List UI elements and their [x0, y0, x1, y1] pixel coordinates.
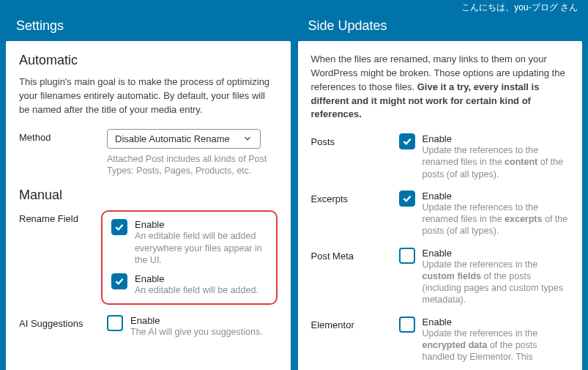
excerpts-checkbox[interactable] — [399, 190, 415, 207]
excerpts-label: Excerpts — [311, 190, 399, 204]
elementor-checkbox[interactable] — [399, 317, 415, 333]
rename-field-label: Rename Field — [19, 210, 107, 224]
excerpts-check-label: Enable — [423, 190, 570, 201]
postmeta-desc: Update the references in the custom fiel… — [423, 259, 569, 306]
ai-label: Enable — [130, 315, 278, 326]
ai-suggestions-label: AI Suggestions — [19, 315, 107, 329]
automatic-heading: Automatic — [19, 53, 278, 68]
ai-enable: Enable The AI will give you suggestions. — [107, 315, 278, 338]
method-select[interactable]: Disable Automatic Rename — [107, 129, 261, 149]
rename-2-desc: An editable field will be added. — [135, 284, 267, 296]
elementor-row: Elementor Enable Update the references i… — [311, 317, 570, 363]
chevron-down-icon — [242, 133, 253, 144]
settings-panel: Automatic This plugin's main goal is to … — [6, 41, 291, 370]
automatic-intro: This plugin's main goal is to make the p… — [19, 75, 278, 117]
settings-title: Settings — [6, 14, 291, 41]
postmeta-check-label: Enable — [423, 248, 570, 259]
method-select-value: Disable Automatic Rename — [115, 133, 230, 144]
rename-highlight-box: Enable An editable field will be added e… — [101, 210, 278, 305]
side-updates-column: Side Updates When the files are renamed,… — [298, 14, 583, 370]
rename-checkbox-1[interactable] — [111, 219, 127, 235]
excerpts-row: Excerpts Enable Update the references to… — [311, 190, 570, 237]
ai-checkbox[interactable] — [107, 315, 123, 331]
rename-2-label: Enable — [135, 273, 267, 284]
excerpts-desc: Update the references to the renamed fil… — [423, 201, 569, 237]
postmeta-checkbox[interactable] — [399, 248, 415, 264]
side-updates-panel: When the files are renamed, many links t… — [298, 41, 583, 370]
postmeta-row: Post Meta Enable Update the references i… — [311, 248, 570, 306]
ai-desc: The AI will give you suggestions. — [130, 326, 277, 338]
elementor-desc: Update the references in the encrypted d… — [423, 328, 569, 363]
postmeta-label: Post Meta — [311, 248, 399, 262]
rename-field-row: Rename Field Enable An editable field wi… — [19, 210, 278, 305]
check-icon — [401, 136, 413, 147]
posts-label: Posts — [311, 133, 399, 147]
check-icon — [113, 221, 125, 233]
manual-heading: Manual — [19, 188, 278, 203]
elementor-label: Elementor — [311, 317, 399, 330]
posts-desc: Update the references to the renamed fil… — [423, 144, 569, 180]
rename-enable-2: Enable An editable field will be added. — [111, 273, 267, 296]
side-updates-title: Side Updates — [298, 14, 583, 41]
rename-checkbox-2[interactable] — [111, 273, 127, 289]
posts-row: Posts Enable Update the references to th… — [311, 133, 570, 180]
method-help: Attached Post includes all kinds of Post… — [107, 153, 268, 178]
elementor-check-label: Enable — [423, 317, 570, 328]
side-updates-intro: When the files are renamed, many links t… — [311, 53, 570, 122]
settings-column: Settings Automatic This plugin's main go… — [6, 14, 291, 370]
method-row: Method Disable Automatic Rename Attached… — [19, 129, 278, 178]
posts-checkbox[interactable] — [399, 133, 415, 149]
check-icon — [401, 193, 413, 204]
method-label: Method — [19, 129, 107, 143]
rename-1-desc: An editable field will be added everywhe… — [135, 230, 267, 266]
check-icon — [113, 275, 125, 287]
greeting-text: こんにちは、you-ブログ さん — [0, 0, 588, 14]
posts-check-label: Enable — [423, 133, 570, 144]
rename-enable-1: Enable An editable field will be added e… — [111, 219, 267, 266]
ai-suggestions-row: AI Suggestions Enable The AI will give y… — [19, 315, 278, 338]
rename-1-label: Enable — [135, 219, 267, 230]
